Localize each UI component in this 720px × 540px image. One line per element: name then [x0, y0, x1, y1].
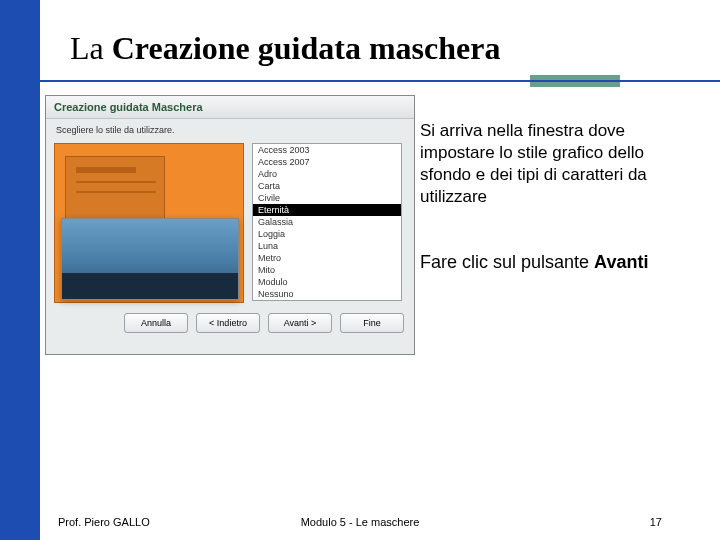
title-prefix: La — [70, 30, 112, 66]
list-item[interactable]: Modulo — [253, 276, 401, 288]
title-underline — [40, 80, 720, 82]
preview-line — [76, 181, 156, 183]
preview-overlay: Etichetta Dati — [61, 218, 239, 300]
list-item[interactable]: Adro — [253, 168, 401, 180]
wizard-dialog: Creazione guidata Maschera Scegliere lo … — [45, 95, 415, 355]
list-item[interactable]: Mito — [253, 264, 401, 276]
list-item[interactable]: Metro — [253, 252, 401, 264]
finish-button[interactable]: Fine — [340, 313, 404, 333]
wizard-title: Creazione guidata Maschera — [46, 96, 414, 119]
style-preview-pane: Etichetta Dati — [54, 143, 244, 303]
explain-p2-bold: Avanti — [594, 252, 648, 272]
title-main: Creazione guidata maschera — [112, 30, 501, 66]
back-button[interactable]: < Indietro — [196, 313, 260, 333]
preview-etichetta: Etichetta — [78, 279, 130, 293]
list-item[interactable]: Luna — [253, 240, 401, 252]
wizard-subtitle: Scegliere lo stile da utilizzare. — [46, 119, 414, 139]
preview-card — [65, 156, 165, 226]
list-item[interactable]: Carta — [253, 180, 401, 192]
slide-left-bar — [0, 0, 40, 540]
explain-paragraph-1: Si arriva nella finestra dove impostare … — [420, 120, 690, 208]
preview-line — [76, 191, 156, 193]
footer-author: Prof. Piero GALLO — [58, 516, 150, 528]
list-item-selected[interactable]: Eternità — [253, 204, 401, 216]
list-item[interactable]: Galassia — [253, 216, 401, 228]
wizard-body: Etichetta Dati Access 2003 Access 2007 A… — [46, 139, 414, 303]
explain-p2-text: Fare clic sul pulsante — [420, 252, 594, 272]
explain-paragraph-2: Fare clic sul pulsante Avanti — [420, 250, 700, 274]
style-list[interactable]: Access 2003 Access 2007 Adro Carta Civil… — [252, 143, 402, 301]
slide-footer: Prof. Piero GALLO Modulo 5 - Le maschere… — [0, 516, 720, 528]
list-item[interactable]: Access 2003 — [253, 144, 401, 156]
footer-page-number: 17 — [650, 516, 662, 528]
list-item[interactable]: Loggia — [253, 228, 401, 240]
preview-label-pair: Etichetta Dati — [78, 279, 153, 293]
preview-dati: Dati — [136, 279, 153, 293]
list-item[interactable]: Access 2007 — [253, 156, 401, 168]
list-item[interactable]: Nord-ovest — [253, 300, 401, 301]
list-item[interactable]: Civile — [253, 192, 401, 204]
slide-title: La Creazione guidata maschera — [70, 30, 500, 67]
next-button[interactable]: Avanti > — [268, 313, 332, 333]
footer-module: Modulo 5 - Le maschere — [301, 516, 420, 528]
preview-bar — [76, 167, 136, 173]
list-item[interactable]: Nessuno — [253, 288, 401, 300]
wizard-button-row: Annulla < Indietro Avanti > Fine — [46, 303, 414, 339]
cancel-button[interactable]: Annulla — [124, 313, 188, 333]
